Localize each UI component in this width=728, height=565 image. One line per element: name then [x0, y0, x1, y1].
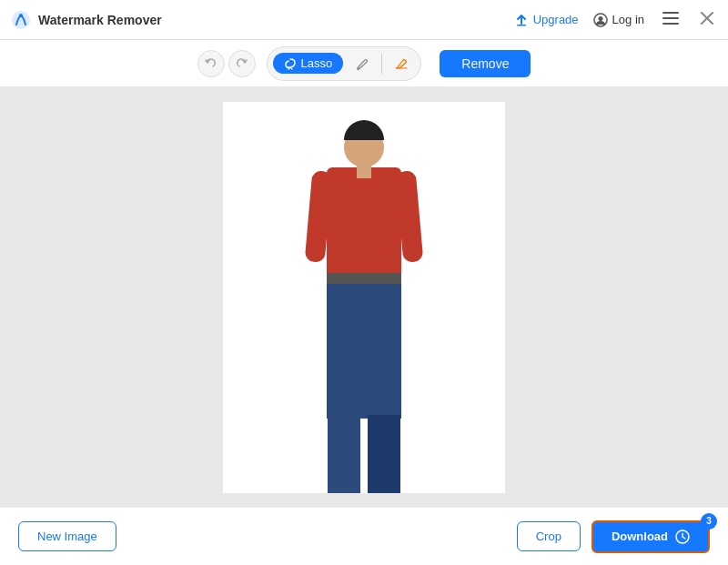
user-icon	[593, 13, 608, 27]
svg-point-1	[19, 14, 23, 17]
tool-group: Lasso	[267, 46, 422, 81]
titlebar: Watermark Remover Upgrade Log in	[0, 0, 728, 40]
svg-point-10	[357, 67, 359, 70]
bottom-right-buttons: Crop 3 Download	[517, 520, 710, 553]
lasso-tool-button[interactable]: Lasso	[273, 53, 344, 74]
crop-button[interactable]: Crop	[517, 521, 581, 551]
app-logo-icon	[11, 10, 31, 30]
svg-rect-6	[662, 17, 679, 19]
undo-icon	[205, 57, 217, 69]
login-label: Log in	[612, 13, 644, 26]
close-icon	[701, 12, 713, 25]
upgrade-button[interactable]: Upgrade	[514, 13, 579, 27]
remove-label: Remove	[461, 56, 509, 71]
lasso-icon	[284, 57, 297, 70]
svg-rect-2	[517, 25, 526, 26]
app-title: Watermark Remover	[38, 13, 162, 27]
close-button[interactable]	[697, 10, 717, 30]
svg-rect-5	[662, 12, 679, 14]
remove-button[interactable]: Remove	[440, 50, 531, 77]
menu-icon[interactable]	[659, 10, 682, 30]
brush-icon	[355, 56, 369, 71]
image-frame	[223, 102, 505, 493]
nav-buttons	[197, 50, 256, 77]
login-button[interactable]: Log in	[593, 13, 644, 27]
new-image-button[interactable]: New Image	[18, 521, 116, 551]
titlebar-left: Watermark Remover	[11, 10, 162, 30]
upgrade-label: Upgrade	[533, 13, 579, 26]
redo-button[interactable]	[228, 50, 256, 77]
upgrade-icon	[514, 13, 529, 27]
person-image	[305, 120, 423, 475]
download-label: Download	[612, 530, 668, 543]
download-button[interactable]: Download	[592, 520, 710, 553]
svg-point-4	[598, 16, 602, 21]
crop-label: Crop	[536, 530, 561, 543]
tool-divider	[381, 54, 382, 74]
svg-rect-7	[662, 23, 679, 25]
download-wrapper: 3 Download	[592, 520, 710, 553]
download-badge: 3	[701, 513, 717, 530]
eraser-icon	[394, 56, 409, 71]
brush-tool-button[interactable]	[349, 50, 376, 77]
undo-button[interactable]	[197, 50, 225, 77]
clock-icon	[675, 530, 690, 544]
redo-icon	[236, 57, 248, 69]
canvas-area	[0, 87, 728, 507]
toolbar: Lasso Remove	[0, 40, 728, 87]
new-image-label: New Image	[37, 530, 97, 543]
bottom-bar: New Image Crop 3 Download	[0, 507, 728, 565]
hamburger-icon	[662, 12, 679, 25]
eraser-tool-button[interactable]	[388, 50, 415, 77]
lasso-label: Lasso	[301, 56, 333, 70]
titlebar-right: Upgrade Log in	[514, 10, 717, 30]
